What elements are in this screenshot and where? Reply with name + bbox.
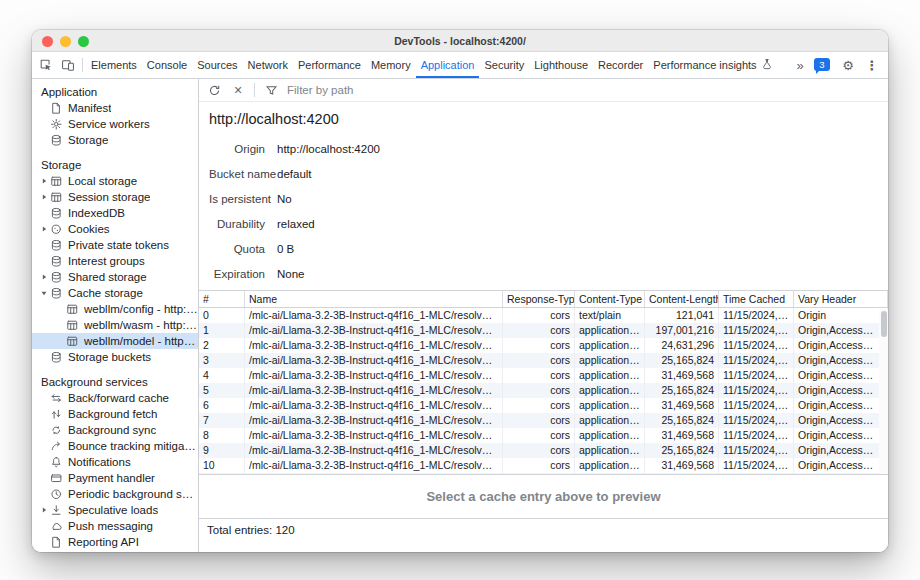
cache-entry-row[interactable]: 1/mlc-ai/Llama-3.2-3B-Instruct-q4f16_1-M… bbox=[199, 323, 888, 338]
sidebar-item-shared-storage[interactable]: Shared storage bbox=[32, 269, 198, 285]
sidebar-item-label: Interest groups bbox=[68, 255, 145, 267]
kebab-menu-icon[interactable]: ⋮ bbox=[861, 54, 883, 76]
tab-network[interactable]: Network bbox=[243, 52, 293, 78]
cell-content-length: 25,165,824 bbox=[645, 413, 719, 428]
table-icon bbox=[65, 303, 80, 316]
cache-entry-row[interactable]: 11/mlc-ai/Llama-3.2-3B-Instruct-q4f16_1-… bbox=[199, 473, 888, 475]
column-header-vary-header[interactable]: Vary Header bbox=[794, 291, 888, 307]
sidebar-item-label: Storage bbox=[68, 134, 108, 146]
sidebar-item-reporting-api[interactable]: Reporting API bbox=[32, 534, 198, 550]
cell-response-type: cors bbox=[503, 353, 575, 368]
cell-name: /mlc-ai/Llama-3.2-3B-Instruct-q4f16_1-ML… bbox=[245, 383, 503, 398]
chevron-right-icon[interactable] bbox=[38, 177, 49, 185]
minimize-window-button[interactable] bbox=[60, 36, 71, 47]
tab-console[interactable]: Console bbox=[142, 52, 192, 78]
cache-entry-row[interactable]: 4/mlc-ai/Llama-3.2-3B-Instruct-q4f16_1-M… bbox=[199, 368, 888, 383]
sidebar-item-periodic-background-sync[interactable]: Periodic background sync bbox=[32, 486, 198, 502]
sidebar-item-webllm-wasm-http-loca[interactable]: webllm/wasm - http://loca… bbox=[32, 317, 198, 333]
settings-gear-icon[interactable]: ⚙ bbox=[837, 54, 859, 76]
chevron-right-icon[interactable] bbox=[38, 193, 49, 201]
tab-recorder[interactable]: Recorder bbox=[593, 52, 648, 78]
column-header-response-type[interactable]: Response-Type bbox=[503, 291, 575, 307]
filter-by-path-input[interactable]: Filter by path bbox=[287, 84, 353, 96]
delete-selected-icon[interactable]: × bbox=[227, 79, 249, 101]
console-messages-badge[interactable]: 3 bbox=[814, 58, 830, 71]
sidebar-item-session-storage[interactable]: Session storage bbox=[32, 189, 198, 205]
cell-content-type: application/oc… bbox=[575, 338, 645, 353]
cell-item: 11 bbox=[199, 473, 245, 475]
cache-entry-row[interactable]: 6/mlc-ai/Llama-3.2-3B-Instruct-q4f16_1-M… bbox=[199, 398, 888, 413]
cache-toolbar: × Filter by path bbox=[199, 79, 888, 102]
chevron-right-icon[interactable] bbox=[38, 273, 49, 281]
sidebar-item-indexeddb[interactable]: IndexedDB bbox=[32, 205, 198, 221]
sidebar-item-webllm-config-http-loc[interactable]: webllm/config - http://loc… bbox=[32, 301, 198, 317]
cache-entry-row[interactable]: 3/mlc-ai/Llama-3.2-3B-Instruct-q4f16_1-M… bbox=[199, 353, 888, 368]
sidebar-item-payment-handler[interactable]: Payment handler bbox=[32, 470, 198, 486]
scrollbar-thumb[interactable] bbox=[881, 311, 887, 337]
database-icon bbox=[49, 287, 64, 300]
meta-row-origin: Originhttp://localhost:4200 bbox=[209, 136, 872, 161]
tab-elements[interactable]: Elements bbox=[86, 52, 142, 78]
tab-performance-insights[interactable]: Performance insights bbox=[648, 52, 777, 78]
chevron-right-icon[interactable] bbox=[38, 506, 49, 514]
cache-entry-row[interactable]: 10/mlc-ai/Llama-3.2-3B-Instruct-q4f16_1-… bbox=[199, 458, 888, 473]
sidebar-item-background-sync[interactable]: Background sync bbox=[32, 422, 198, 438]
cache-entry-row[interactable]: 2/mlc-ai/Llama-3.2-3B-Instruct-q4f16_1-M… bbox=[199, 338, 888, 353]
column-header-content-type[interactable]: Content-Type bbox=[575, 291, 645, 307]
sidebar-item-bounce-tracking-mitigations[interactable]: Bounce tracking mitigations bbox=[32, 438, 198, 454]
column-header-item[interactable]: # bbox=[199, 291, 245, 307]
chevron-down-icon[interactable] bbox=[38, 289, 49, 297]
cache-entry-row[interactable]: 8/mlc-ai/Llama-3.2-3B-Instruct-q4f16_1-M… bbox=[199, 428, 888, 443]
table-icon bbox=[65, 319, 80, 332]
sidebar-item-push-messaging[interactable]: Push messaging bbox=[32, 518, 198, 534]
tab-memory[interactable]: Memory bbox=[366, 52, 416, 78]
sidebar-item-back-forward-cache[interactable]: Back/forward cache bbox=[32, 390, 198, 406]
sidebar-item-notifications[interactable]: Notifications bbox=[32, 454, 198, 470]
chevron-right-icon[interactable] bbox=[38, 225, 49, 233]
cell-response-type: cors bbox=[503, 428, 575, 443]
sidebar-item-interest-groups[interactable]: Interest groups bbox=[32, 253, 198, 269]
sidebar-item-storage-buckets[interactable]: Storage buckets bbox=[32, 349, 198, 365]
tab-security[interactable]: Security bbox=[479, 52, 529, 78]
refresh-icon[interactable] bbox=[203, 79, 225, 101]
close-window-button[interactable] bbox=[42, 36, 53, 47]
column-header-content-length[interactable]: Content-Length bbox=[645, 291, 719, 307]
tab-application[interactable]: Application bbox=[416, 52, 480, 78]
more-tabs-button[interactable]: » bbox=[792, 54, 808, 76]
cache-storage-panel: × Filter by path http://localhost:4200 O… bbox=[199, 79, 888, 552]
speculative-icon bbox=[49, 504, 64, 517]
sidebar-item-cookies[interactable]: Cookies bbox=[32, 221, 198, 237]
cell-content-length: 25,165,824 bbox=[645, 383, 719, 398]
device-toolbar-icon[interactable] bbox=[57, 54, 79, 76]
sidebar-item-manifest[interactable]: Manifest bbox=[32, 100, 198, 116]
cell-item: 4 bbox=[199, 368, 245, 383]
tab-performance[interactable]: Performance bbox=[293, 52, 366, 78]
sidebar-item-label: Periodic background sync bbox=[68, 488, 198, 500]
titlebar[interactable]: DevTools - localhost:4200/ bbox=[32, 30, 888, 52]
sidebar-item-background-fetch[interactable]: Background fetch bbox=[32, 406, 198, 422]
tab-sources[interactable]: Sources bbox=[192, 52, 242, 78]
sidebar-item-local-storage[interactable]: Local storage bbox=[32, 173, 198, 189]
sidebar-item-service-workers[interactable]: Service workers bbox=[32, 116, 198, 132]
cache-entry-row[interactable]: 7/mlc-ai/Llama-3.2-3B-Instruct-q4f16_1-M… bbox=[199, 413, 888, 428]
sidebar-item-webllm-model-http-loc[interactable]: webllm/model - http://loc… bbox=[32, 333, 198, 349]
tab-lighthouse[interactable]: Lighthouse bbox=[529, 52, 593, 78]
table-scrollbar[interactable] bbox=[879, 309, 888, 474]
column-header-name[interactable]: Name bbox=[245, 291, 503, 307]
cache-entry-row[interactable]: 0/mlc-ai/Llama-3.2-3B-Instruct-q4f16_1-M… bbox=[199, 308, 888, 323]
preview-pane: Select a cache entry above to preview bbox=[199, 475, 888, 518]
cache-entry-row[interactable]: 9/mlc-ai/Llama-3.2-3B-Instruct-q4f16_1-M… bbox=[199, 443, 888, 458]
column-header-time-cached[interactable]: Time Cached bbox=[719, 291, 794, 307]
sidebar-item-speculative-loads[interactable]: Speculative loads bbox=[32, 502, 198, 518]
sidebar-item-label: IndexedDB bbox=[68, 207, 125, 219]
zoom-window-button[interactable] bbox=[78, 36, 89, 47]
cell-content-type: application/oc… bbox=[575, 428, 645, 443]
inspect-element-icon[interactable] bbox=[35, 54, 57, 76]
sidebar-item-cache-storage[interactable]: Cache storage bbox=[32, 285, 198, 301]
tab-label: Recorder bbox=[598, 59, 643, 71]
cell-vary-header: Origin,Access… bbox=[794, 368, 888, 383]
cache-entry-row[interactable]: 5/mlc-ai/Llama-3.2-3B-Instruct-q4f16_1-M… bbox=[199, 383, 888, 398]
sidebar-item-private-state-tokens[interactable]: Private state tokens bbox=[32, 237, 198, 253]
sidebar-item-storage[interactable]: Storage bbox=[32, 132, 198, 148]
devtools-body: ApplicationManifestService workersStorag… bbox=[32, 79, 888, 552]
